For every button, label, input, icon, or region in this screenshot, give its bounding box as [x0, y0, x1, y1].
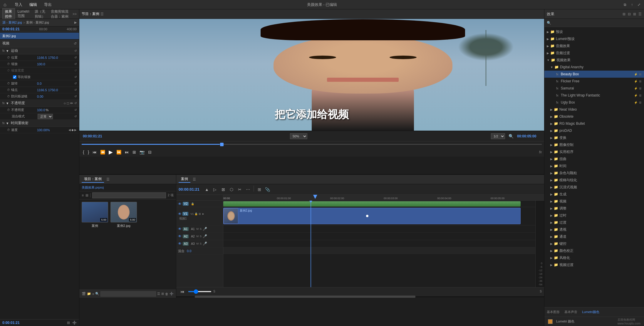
step-back-btn[interactable]: ⏪: [99, 149, 106, 155]
a1-S-btn[interactable]: S: [200, 227, 202, 230]
filter-icon[interactable]: ⊞: [67, 321, 70, 325]
tl-select-tool[interactable]: ▲: [203, 186, 211, 193]
tab-project[interactable]: 项目：案例: [82, 176, 104, 183]
anchor-value2[interactable]: 1750.0: [48, 88, 58, 92]
tree-channel[interactable]: ▶ 📁 通道: [544, 233, 644, 240]
tl-snap-btn[interactable]: 📎: [264, 186, 271, 193]
breadcrumb-arrow[interactable]: ▶: [74, 21, 77, 24]
uniform-reset-icon[interactable]: ↺: [74, 75, 77, 79]
v1-clip[interactable]: 案例2.jpg: [223, 208, 521, 224]
play-stop-btn[interactable]: ▶: [108, 148, 114, 156]
v1-expand-btn[interactable]: ⊞: [199, 212, 201, 215]
project-search-input[interactable]: [92, 192, 166, 198]
mark-in-btn[interactable]: {: [82, 149, 85, 155]
goto-out-btn[interactable]: ⏭: [124, 149, 130, 155]
scrubber-bar[interactable]: [79, 141, 544, 147]
tree-audio-transitions[interactable]: ▶ 📁 音频过渡: [544, 49, 644, 56]
tree-transition[interactable]: ▶ 📁 过渡: [544, 219, 644, 226]
a2-M-btn[interactable]: M: [196, 235, 199, 238]
tree-adjust[interactable]: ▶ 📁 调整: [544, 205, 644, 212]
a3-S-btn[interactable]: S: [200, 242, 202, 245]
scalew-reset-icon[interactable]: ↺: [74, 69, 77, 72]
tree-neat-video[interactable]: ▶ 📁 Neat Video: [544, 106, 644, 113]
zoom-icon[interactable]: 🔍: [509, 134, 514, 139]
tab-lumetri-scope[interactable]: Lumetri范围: [15, 9, 32, 19]
speed-next-icon[interactable]: ▶: [74, 128, 77, 132]
tree-rg-magic[interactable]: ▶ 📁 RG Magic Bullet: [544, 120, 644, 127]
effects-icon1[interactable]: ⊞: [623, 12, 625, 16]
timeline-menu-icon[interactable]: ☰: [193, 177, 196, 182]
effects-menu-icon[interactable]: ☰: [638, 12, 642, 16]
scrollbar-thumb[interactable]: [195, 296, 415, 298]
tree-image-control[interactable]: ▶ 📁 图像控制: [544, 141, 644, 148]
timeline-ruler[interactable]: 00:00 00:00:01:00 00:00:02:00 00:00:03:0…: [176, 195, 544, 201]
pos-reset-icon[interactable]: ↺: [74, 56, 77, 59]
square-icon[interactable]: □: [67, 101, 69, 105]
footer-search[interactable]: [100, 291, 156, 297]
circle-icon[interactable]: ○: [64, 101, 66, 105]
tree-presets[interactable]: ▶ 📁 预设: [544, 28, 644, 35]
tab-source[interactable]: 源（无剪辑）: [32, 8, 48, 20]
anchor-reset-icon[interactable]: ↺: [74, 88, 77, 92]
tree-time[interactable]: ▶ 📁 时间: [544, 162, 644, 169]
tree-prodad[interactable]: ▶ 📁 proDAD: [544, 127, 644, 134]
footer-icon5[interactable]: ⊞: [161, 292, 164, 296]
uniform-scale-checkbox[interactable]: [13, 75, 16, 79]
tree-stylize[interactable]: ▶ 📁 风格化: [544, 254, 644, 261]
effects-icon3[interactable]: ⊞: [633, 12, 636, 16]
antiflicker-reset-icon[interactable]: ↺: [74, 95, 77, 98]
tree-flicker-free[interactable]: fx Flicker Free ⚡ 🖥: [544, 78, 644, 85]
mark-out-btn[interactable]: }: [87, 149, 90, 155]
rot-value[interactable]: 0.0: [37, 82, 41, 85]
menu-import[interactable]: 导入: [11, 0, 26, 9]
camera-btn[interactable]: 📷: [138, 149, 146, 155]
motion-reset-icon[interactable]: ↺: [74, 49, 77, 52]
blend-mode-select[interactable]: 正常: [38, 114, 53, 119]
tree-light-wrap[interactable]: fx The Light Wrap Fantastic ⚡ 🖥: [544, 92, 644, 99]
scale-reset-icon[interactable]: ↺: [74, 62, 77, 66]
tree-video-effects[interactable]: ▼ 📁 视频效果: [544, 56, 644, 64]
tree-transform[interactable]: ▶ 📁 变换: [544, 134, 644, 141]
menu-edit[interactable]: 编辑: [26, 0, 41, 9]
footer-icon7[interactable]: ➕: [170, 292, 174, 296]
tl-goto-start-btn[interactable]: ⏮: [179, 288, 186, 295]
quality-select[interactable]: 1/2 1/4 Full: [491, 133, 505, 139]
speed-prev-icon[interactable]: ◀: [68, 128, 71, 132]
op-value[interactable]: 100.0: [37, 108, 45, 112]
a2-mic-icon[interactable]: 🎤: [203, 234, 207, 238]
tree-digital-anarchy[interactable]: ▼ 📁 Digital Anarchy: [544, 64, 644, 71]
tree-samurai[interactable]: fx Samurai ⚡ 🖥: [544, 85, 644, 92]
tab-audio-mixer[interactable]: 音频剪辑混合器：索例: [48, 8, 71, 20]
home-icon[interactable]: ⌂: [4, 2, 6, 7]
a1-M-btn[interactable]: M: [196, 227, 199, 230]
tree-video-sub[interactable]: ▶ 📁 视频: [544, 198, 644, 205]
expand-panels-btn[interactable]: >>: [73, 12, 77, 16]
tree-distort[interactable]: ▶ 📁 扭曲: [544, 155, 644, 162]
a1-mic-icon[interactable]: 🎤: [203, 227, 207, 231]
tree-lumetri-presets[interactable]: ▶ 📁 Lumetri预设: [544, 35, 644, 42]
tree-utility[interactable]: ▶ 📁 实用程序: [544, 148, 644, 155]
op-reset-icon[interactable]: ↺: [74, 108, 77, 112]
speed-value[interactable]: 100.00%: [37, 128, 50, 132]
tab-lumetri-color[interactable]: Lumetri颜色: [580, 310, 602, 314]
tree-blur[interactable]: ▶ 📁 模糊与锐化: [544, 177, 644, 184]
footer-find-icon[interactable]: 🔍: [95, 292, 99, 296]
zoom-select[interactable]: 50% 25% 75% 100%: [290, 133, 307, 139]
tree-keying[interactable]: ▶ 📁 键控: [544, 240, 644, 247]
footer-icon6[interactable]: 🗑: [165, 292, 168, 296]
rot-reset-icon[interactable]: ↺: [74, 82, 77, 85]
add-icon[interactable]: ➕: [72, 321, 77, 325]
tl-razor-tool[interactable]: ⬡: [228, 186, 235, 193]
v2-clip-bar[interactable]: [223, 201, 521, 207]
sequence-menu-icon[interactable]: ☰: [100, 12, 104, 16]
tree-generate[interactable]: ▶ 📁 生成: [544, 191, 644, 198]
tl-link-btn[interactable]: ⊞: [256, 186, 263, 193]
tree-ugly-box[interactable]: fx Ugly Box ⚡ 🖥: [544, 99, 644, 106]
tl-ripple-tool[interactable]: ⊠: [219, 186, 227, 193]
scale-value[interactable]: 100.0: [37, 62, 45, 66]
window-share-icon[interactable]: ↑: [631, 3, 633, 7]
pos-value2[interactable]: 1750.0: [48, 56, 58, 59]
rot-stopwatch-icon[interactable]: ⏱: [7, 82, 10, 85]
layout-btn[interactable]: ⊟: [147, 149, 153, 155]
tab-basic-audio[interactable]: 基本声音: [562, 310, 580, 314]
